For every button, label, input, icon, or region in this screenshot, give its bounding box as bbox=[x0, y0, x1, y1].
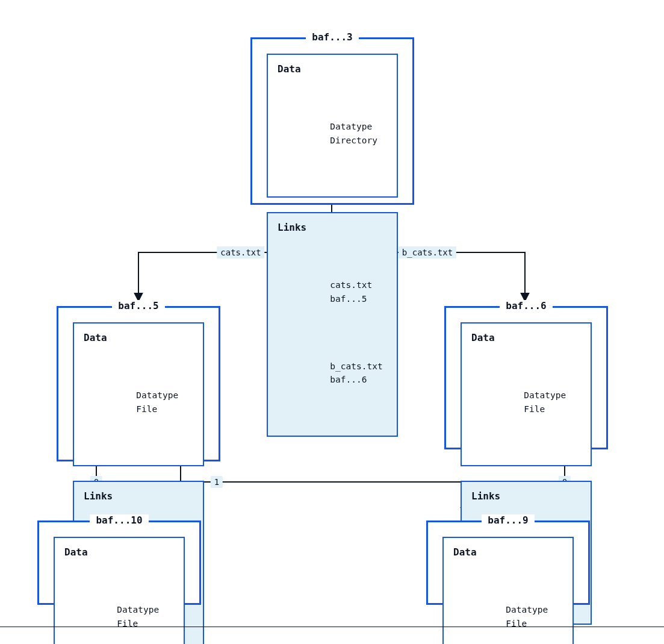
node-baf3: baf...3 Data Datatype Directory Links ca… bbox=[250, 37, 414, 205]
datatype-value: File bbox=[117, 617, 138, 630]
link-target: baf...5 bbox=[330, 292, 367, 305]
datatype-value: File bbox=[136, 402, 157, 416]
node-data-section: Data Datatype Directory bbox=[267, 54, 398, 198]
diagram-canvas: cats.txt b_cats.txt 0 1 0 baf...3 Data D… bbox=[0, 0, 664, 644]
section-heading-links: Links bbox=[84, 490, 193, 502]
section-heading-links: Links bbox=[471, 490, 581, 502]
datatype-label: Datatype bbox=[506, 603, 566, 616]
link-target: baf...6 bbox=[330, 373, 367, 386]
node-links-section: Links cats.txt baf...5 b_cats.txt baf...… bbox=[267, 212, 398, 437]
section-heading-data: Data bbox=[64, 546, 174, 558]
node-title: baf...3 bbox=[306, 31, 358, 43]
datatype-value: File bbox=[524, 402, 545, 416]
datatype-label: Datatype bbox=[524, 389, 584, 402]
datatype-value: File bbox=[506, 617, 527, 630]
node-title: baf...6 bbox=[500, 300, 552, 311]
edge-label-bcats: b_cats.txt bbox=[399, 246, 456, 258]
node-title: baf...10 bbox=[90, 514, 148, 526]
datatype-label: Datatype bbox=[117, 603, 177, 616]
node-baf6: baf...6 Data Datatype File Links 0 baf..… bbox=[444, 306, 608, 449]
datatype-label: Datatype bbox=[330, 120, 390, 133]
section-heading-data: Data bbox=[471, 332, 581, 343]
section-heading-data: Data bbox=[453, 546, 563, 558]
node-baf10: baf...10 Data Datatype File Data Sphinx bbox=[37, 521, 201, 605]
node-data-section: Data Datatype File bbox=[461, 322, 592, 466]
section-heading-data: Data bbox=[278, 63, 387, 75]
link-name: b_cats.txt bbox=[330, 360, 390, 373]
section-heading-links: Links bbox=[278, 222, 387, 233]
node-baf9: baf...9 Data Datatype File Data York bbox=[426, 521, 590, 605]
node-data-section: Data Datatype File Data Sphinx bbox=[54, 537, 185, 644]
node-title: baf...5 bbox=[112, 300, 164, 311]
datatype-label: Datatype bbox=[136, 389, 196, 402]
node-data-section: Data Datatype File bbox=[73, 322, 204, 466]
edge-label-5-1: 1 bbox=[211, 476, 223, 488]
link-name: cats.txt bbox=[330, 278, 390, 292]
node-title: baf...9 bbox=[482, 514, 534, 526]
datatype-value: Directory bbox=[330, 134, 377, 147]
footer-rule bbox=[0, 627, 664, 627]
edge-label-cats: cats.txt bbox=[217, 246, 264, 258]
node-data-section: Data Datatype File Data York bbox=[442, 537, 574, 644]
section-heading-data: Data bbox=[84, 332, 193, 343]
node-baf5: baf...5 Data Datatype File Links 0 baf..… bbox=[57, 306, 220, 461]
